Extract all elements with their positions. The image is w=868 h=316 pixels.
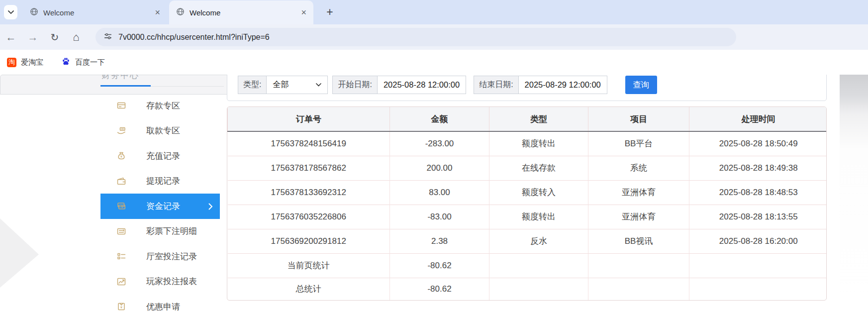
cell-time: 2025-08-28 18:48:53 xyxy=(689,180,827,205)
background-decor-strip xyxy=(840,75,868,316)
reload-icon[interactable]: ↻ xyxy=(45,24,65,50)
sidebar-item-label: 存款专区 xyxy=(146,100,180,111)
site-settings-tune-icon[interactable] xyxy=(103,32,112,43)
player-report-icon xyxy=(116,277,126,287)
bookmark-taobao[interactable]: 淘 爱淘宝 xyxy=(7,58,43,67)
cell-order-no: 1756378133692312 xyxy=(228,180,390,205)
cell-amount: -80.62 xyxy=(390,278,489,300)
type-select[interactable]: 全部 xyxy=(266,76,328,94)
sidebar-menu: 存款专区 取款专区 ¥ xyxy=(100,93,220,316)
active-tab-underline xyxy=(100,85,151,87)
bookmark-label: 百度一下 xyxy=(75,58,105,67)
cell-project xyxy=(588,253,689,278)
withdraw-hand-icon xyxy=(116,126,126,136)
table-row: 1756378133692312 83.00 额度转入 亚洲体育 2025-08… xyxy=(228,180,827,205)
fund-records-table: 订单号金额类型项目处理时间 1756378248156419 -283.00 额… xyxy=(227,107,827,300)
sidebar-item-label: 资金记录 xyxy=(146,201,180,212)
taobao-icon: 淘 xyxy=(7,58,16,67)
new-tab-button[interactable]: + xyxy=(322,4,337,19)
close-tab-icon[interactable]: × xyxy=(155,8,160,17)
cell-type xyxy=(489,253,588,278)
query-button[interactable]: 查询 xyxy=(625,76,657,94)
cell-amount: -83.00 xyxy=(390,205,489,229)
globe-icon xyxy=(176,7,185,17)
cell-time: 2025-08-28 18:13:55 xyxy=(689,205,827,229)
cell-type: 额度转入 xyxy=(489,180,588,205)
svg-text:¥: ¥ xyxy=(121,205,123,209)
cell-type: 额度转出 xyxy=(489,205,588,229)
svg-text:¥: ¥ xyxy=(120,155,122,158)
chevron-down-icon xyxy=(316,83,321,87)
cell-amount: -283.00 xyxy=(390,131,489,156)
svg-text:¥: ¥ xyxy=(120,306,122,309)
tab-search-button[interactable] xyxy=(4,5,17,19)
globe-icon xyxy=(30,7,38,17)
start-date-input[interactable]: 2025-08-28 12:00:00 xyxy=(377,76,466,94)
bookmarks-bar: 淘 爱淘宝 百度一下 xyxy=(0,50,868,75)
deposit-card-icon xyxy=(116,101,126,110)
sidebar-item-label: 取款专区 xyxy=(146,125,180,136)
tab-strip: Welcome × Welcome × + xyxy=(0,0,868,24)
sidebar-item-label: 彩票下注明细 xyxy=(146,225,197,237)
sidebar-item[interactable]: 彩票下注明细 xyxy=(100,219,220,244)
page-content: 财务中心 存款专区 取款专区 xyxy=(0,75,868,316)
funds-record-icon: ¥ xyxy=(116,201,126,211)
address-bar[interactable]: 7v0000.cc/hhcp/usercenter.html?iniType=6 xyxy=(96,28,736,46)
sidebar-item-label: 充值记录 xyxy=(146,150,180,162)
sidebar-item[interactable]: ¥ 资金记录 xyxy=(100,194,220,219)
cell-project: 系统 xyxy=(588,156,689,180)
table-row: 总统计 -80.62 xyxy=(228,278,827,300)
column-header: 类型 xyxy=(489,107,588,131)
background-triangle-watermark xyxy=(0,212,39,294)
sidebar-item-label: 玩家投注报表 xyxy=(146,276,197,287)
table-row: 1756378248156419 -283.00 额度转出 BB平台 2025-… xyxy=(228,131,827,156)
sidebar-item[interactable]: ¥ 优惠申请 xyxy=(100,294,220,316)
records-table-panel: 订单号金额类型项目处理时间 1756378248156419 -283.00 额… xyxy=(227,106,827,301)
table-header-row: 订单号金额类型项目处理时间 xyxy=(228,107,827,131)
table-row: 1756378178567862 200.00 在线存款 系统 2025-08-… xyxy=(228,156,827,180)
cell-time: 2025-08-28 16:20:00 xyxy=(689,229,827,253)
chevron-right-icon xyxy=(208,203,213,212)
browser-toolbar: ← → ↻ ⌂ 7v0000.cc/hhcp/usercenter.html?i… xyxy=(0,24,868,50)
home-icon[interactable]: ⌂ xyxy=(66,24,86,50)
cell-order-no: 1756378248156419 xyxy=(228,131,390,156)
cell-order-no: 1756378178567862 xyxy=(228,156,390,180)
forward-icon[interactable]: → xyxy=(23,24,43,50)
end-date-input[interactable]: 2025-08-29 12:00:00 xyxy=(518,76,607,94)
type-filter-label: 类型: xyxy=(238,76,267,94)
cell-time xyxy=(689,278,827,300)
sidebar-item[interactable]: 取款专区 xyxy=(100,118,220,144)
filter-panel: 类型: 全部 开始日期: 2025-08-28 12:00:00 结束日期: 2… xyxy=(227,75,827,101)
cell-project: 亚洲体育 xyxy=(588,205,689,229)
cell-amount: -80.62 xyxy=(390,253,489,278)
end-date-label: 结束日期: xyxy=(474,76,518,94)
url-text: 7v0000.cc/hhcp/usercenter.html?iniType=6 xyxy=(118,33,270,42)
tab-welcome-1[interactable]: Welcome × xyxy=(23,0,167,24)
baidu-paw-icon xyxy=(61,57,71,68)
cell-amount: 200.00 xyxy=(390,156,489,180)
cell-project: BB平台 xyxy=(588,131,689,156)
sidebar-item[interactable]: 提现记录 xyxy=(100,169,220,194)
cell-project xyxy=(588,278,689,300)
cell-type: 额度转出 xyxy=(489,131,588,156)
sidebar-item[interactable]: 玩家投注报表 xyxy=(100,269,220,295)
sidebar-item[interactable]: 存款专区 xyxy=(100,93,220,118)
withdrawal-wallet-icon xyxy=(116,176,126,186)
sidebar-item-label: 厅室投注记录 xyxy=(146,251,197,262)
lottery-details-icon xyxy=(116,226,126,236)
chevron-down-icon xyxy=(8,10,14,14)
bookmark-baidu[interactable]: 百度一下 xyxy=(61,57,105,68)
column-header: 处理时间 xyxy=(689,107,827,131)
sidebar-item[interactable]: ¥ 充值记录 xyxy=(100,143,220,169)
start-date-label: 开始日期: xyxy=(332,76,377,94)
sidebar-header-clipped: 财务中心 xyxy=(101,75,181,81)
browser-window: Welcome × Welcome × + ← → ↻ ⌂ 7v0000.cc/… xyxy=(0,0,868,316)
close-tab-icon[interactable]: × xyxy=(301,8,306,17)
cell-order-no: 1756376035226806 xyxy=(228,205,390,229)
sidebar-item[interactable]: 厅室投注记录 xyxy=(100,244,220,269)
sidebar-item-label: 优惠申请 xyxy=(146,301,180,313)
tab-welcome-2-active[interactable]: Welcome × xyxy=(169,0,313,24)
back-icon[interactable]: ← xyxy=(1,24,21,50)
cell-amount: 2.38 xyxy=(390,229,489,253)
tab-title: Welcome xyxy=(190,8,220,17)
